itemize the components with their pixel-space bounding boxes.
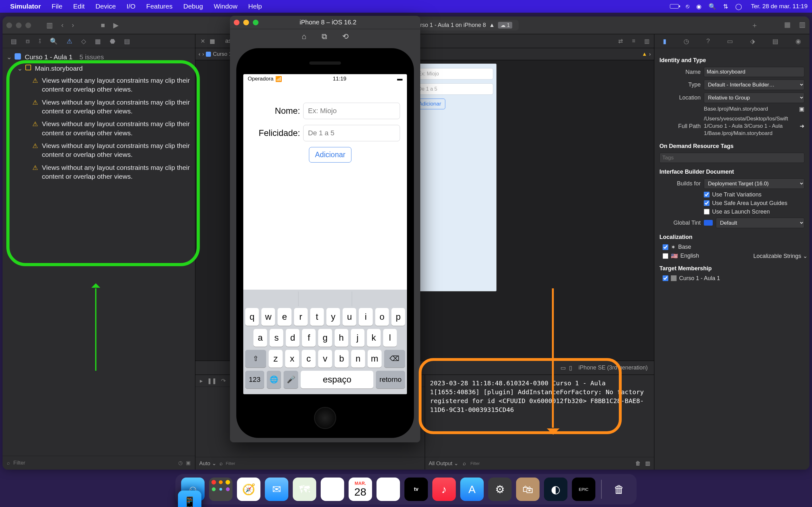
loc-english-kind[interactable]: Localizable Strings ⌄ xyxy=(753,252,808,260)
key-k[interactable]: k xyxy=(367,329,380,347)
key-p[interactable]: p xyxy=(392,308,405,326)
globe-key[interactable]: 🌐 xyxy=(267,371,281,389)
type-select[interactable]: Default - Interface Builder… xyxy=(704,79,804,90)
folder-icon[interactable]: ▣ xyxy=(799,106,804,112)
console-output[interactable]: 2023-03-28 11:18:48.610324-0300 Curso 1 … xyxy=(425,375,654,457)
ib-textfield-felicidade[interactable]: De 1 a 5 xyxy=(415,83,493,95)
dock-calendar[interactable]: MAR.28 xyxy=(349,477,372,501)
project-nav-icon[interactable]: ▤ xyxy=(11,38,17,45)
tint-select[interactable]: Default xyxy=(716,218,804,228)
home-icon[interactable]: ⌂ xyxy=(302,32,306,41)
storyboard-row[interactable]: ⌄ Main.storyboard xyxy=(4,63,194,74)
menu-features[interactable]: Features xyxy=(146,3,172,10)
loc-base-checkbox[interactable] xyxy=(663,244,668,250)
dock-settings[interactable]: ⚙ xyxy=(488,477,512,501)
key-v[interactable]: v xyxy=(318,350,332,368)
menu-edit[interactable]: Edit xyxy=(73,3,85,10)
library-icon[interactable]: ▦ xyxy=(784,20,791,30)
warning-item[interactable]: ⚠Views without any layout constraints ma… xyxy=(4,139,194,161)
menu-device[interactable]: Device xyxy=(96,3,116,10)
help-inspector-tab-icon[interactable]: ? xyxy=(706,38,710,45)
dock-mail[interactable]: ✉ xyxy=(265,477,288,501)
history-inspector-tab-icon[interactable]: ◷ xyxy=(683,38,689,45)
name-field[interactable] xyxy=(704,67,804,77)
reveal-icon[interactable]: ➜ xyxy=(800,123,804,130)
run-icon[interactable]: ▶ xyxy=(113,21,119,30)
shift-key[interactable]: ⇧ xyxy=(245,350,266,368)
key-x[interactable]: x xyxy=(285,350,299,368)
clock[interactable]: Ter. 28 de mar. 11:19 xyxy=(751,3,808,10)
warning-item[interactable]: ⚠Views without any layout constraints ma… xyxy=(4,74,194,96)
dock-epic[interactable]: EPIC xyxy=(572,477,595,501)
dock-app-generic[interactable]: 🛍 xyxy=(516,477,540,501)
nav-fwd-icon[interactable]: › xyxy=(72,21,74,30)
iphone-screen[interactable]: Operadora 📶 11:19 ▬ Nome: Felicidade: Ad… xyxy=(243,74,407,394)
debug-pause-icon[interactable]: ❚❚ xyxy=(207,377,217,384)
test-nav-icon[interactable]: ◇ xyxy=(81,38,86,45)
menu-help[interactable]: Help xyxy=(248,3,262,10)
control-center-icon[interactable]: ⇅ xyxy=(723,3,728,10)
key-u[interactable]: u xyxy=(343,308,356,326)
navigator-filter-input[interactable] xyxy=(13,460,175,466)
clock-filter-icon[interactable]: ◷ xyxy=(178,460,183,466)
inspector-toggle-icon[interactable]: ▥ xyxy=(799,20,806,30)
key-a[interactable]: a xyxy=(253,329,267,347)
variables-mode[interactable]: Auto ⌄ xyxy=(199,460,216,467)
related-items-icon[interactable]: ⇄ xyxy=(614,38,627,45)
file-inspector-tab-icon[interactable]: ▮ xyxy=(663,38,666,45)
home-button[interactable] xyxy=(314,407,336,429)
key-j[interactable]: j xyxy=(351,329,364,347)
ib-textfield-nome[interactable]: Ex: Miojo xyxy=(415,68,493,79)
screenshot-icon[interactable]: ⧉ xyxy=(322,32,327,41)
debug-nav-icon[interactable]: ▦ xyxy=(95,38,101,45)
key-r[interactable]: r xyxy=(294,308,308,326)
app-menu[interactable]: Simulator xyxy=(10,3,41,10)
output-mode-select[interactable]: All Output ⌄ xyxy=(429,460,458,467)
key-c[interactable]: c xyxy=(302,350,316,368)
sim-minimize-button[interactable] xyxy=(243,20,249,25)
key-s[interactable]: s xyxy=(270,329,283,347)
dock-appletv[interactable]: tv xyxy=(404,477,428,501)
rotate-icon[interactable]: ⟲ xyxy=(342,32,349,41)
key-d[interactable]: d xyxy=(286,329,299,347)
identity-inspector-tab-icon[interactable]: ▭ xyxy=(727,38,733,45)
key-t[interactable]: t xyxy=(310,308,324,326)
step-over-icon[interactable]: ↷ xyxy=(221,377,226,384)
key-l[interactable]: l xyxy=(383,329,397,347)
stop-icon[interactable]: ■ xyxy=(101,21,105,30)
crumb-fwd-icon[interactable]: › xyxy=(202,51,204,57)
dock-safari[interactable]: 🧭 xyxy=(237,477,260,501)
debug-toggle-icon[interactable]: ▸ xyxy=(200,377,203,384)
dock-reminders[interactable]: ☰ xyxy=(376,477,400,501)
sidebar-toggle-icon[interactable]: ▥ xyxy=(46,21,53,30)
nav-back-icon[interactable]: ‹ xyxy=(61,21,63,30)
symbol-nav-icon[interactable]: ⫱ xyxy=(39,38,41,45)
tab-hidden[interactable]: ✕▦ xyxy=(195,34,220,48)
launch-screen-checkbox[interactable] xyxy=(704,209,710,215)
attrs-inspector-tab-icon[interactable]: ⬗ xyxy=(750,38,755,45)
spotlight-icon[interactable]: 🔍 xyxy=(709,3,716,10)
key-n[interactable]: n xyxy=(351,350,365,368)
canvas-device-label[interactable]: iPhone SE (3rd generation) xyxy=(578,364,648,371)
zoom-window-button[interactable] xyxy=(26,22,31,28)
warning-item[interactable]: ⚠Views without any layout constraints ma… xyxy=(4,161,194,183)
mic-key[interactable]: 🎤 xyxy=(284,371,298,389)
orientation-icon[interactable]: ▯ xyxy=(569,364,572,372)
sim-zoom-button[interactable] xyxy=(253,20,258,25)
safe-area-checkbox[interactable] xyxy=(704,200,710,206)
felicidade-field[interactable] xyxy=(303,125,400,141)
menu-file[interactable]: File xyxy=(52,3,62,10)
key-m[interactable]: m xyxy=(368,350,382,368)
warning-item[interactable]: ⚠Views without any layout constraints ma… xyxy=(4,118,194,139)
ios-keyboard[interactable]: qwertyuiop asdfghjkl ⇧ zxcvbnm ⌫ 123 🌐 🎤… xyxy=(243,290,407,394)
source-nav-icon[interactable]: ⧈ xyxy=(26,38,30,45)
crumb-warn-icon[interactable]: ▲ xyxy=(642,51,647,57)
key-f[interactable]: f xyxy=(302,329,316,347)
interface-builder-canvas[interactable]: Ex: Miojo De 1 a 5 Adicionar xyxy=(411,63,497,291)
find-nav-icon[interactable]: 🔍 xyxy=(50,38,58,45)
close-window-button[interactable] xyxy=(6,22,12,28)
simulator-window[interactable]: iPhone 8 – iOS 16.2 ⌂ ⧉ ⟲ Operadora 📶 11… xyxy=(230,16,420,442)
loc-english-checkbox[interactable] xyxy=(663,253,668,259)
key-e[interactable]: e xyxy=(277,308,291,326)
warning-item[interactable]: ⚠Views without any layout constraints ma… xyxy=(4,96,194,118)
